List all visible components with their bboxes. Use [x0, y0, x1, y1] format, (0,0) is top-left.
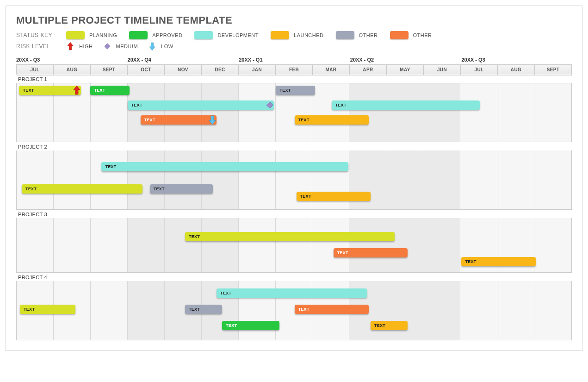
status-label: OTHER [359, 32, 378, 38]
gantt-bar[interactable]: TEXT [334, 248, 408, 257]
gantt-bar[interactable]: TEXT [90, 86, 129, 95]
gantt-bar-label: TEXT [25, 187, 37, 191]
timeline: 20XX - Q320XX - Q420XX - Q120XX - Q220XX… [16, 57, 572, 340]
project-name: PROJECT 4 [18, 275, 572, 280]
month-header-cell: SEPT [91, 65, 128, 75]
gantt-bar[interactable]: TEXT [185, 305, 222, 314]
quarter-label: 20XX - Q1 [239, 57, 262, 63]
project-name: PROJECT 2 [18, 144, 572, 150]
gantt-bar[interactable]: TEXT [185, 232, 395, 241]
month-header-cell: MAY [387, 65, 424, 75]
status-swatch [129, 31, 148, 39]
month-header-cell: AUG [54, 65, 91, 75]
status-key-label: STATUS KEY [16, 32, 58, 38]
month-header-row: JULAUGSEPTOCTNOVDECJANFEBMARAPRMAYJUNJUL… [16, 64, 572, 75]
status-legend-item: OTHER [390, 31, 432, 39]
month-header-cell: OCT [128, 65, 165, 75]
month-header-cell: SEPT [535, 65, 572, 75]
status-label: DEVELOPMENT [217, 32, 259, 38]
gantt-bar[interactable]: TEXT [332, 100, 480, 110]
gantt-bar[interactable]: TEXT [141, 115, 217, 125]
status-legend-item: PLANNING [66, 31, 117, 39]
gantt-bar[interactable]: TEXT [217, 288, 367, 298]
gantt-bar-label: TEXT [189, 307, 200, 312]
gantt-bar[interactable]: TEXT [222, 321, 279, 330]
risk-level-label: RISK LEVEL [16, 43, 58, 50]
gantt-bar-label: TEXT [374, 323, 385, 328]
status-swatch [194, 31, 213, 39]
month-header-cell: FEB [276, 65, 313, 75]
status-label: PLANNING [89, 32, 117, 38]
gantt-bar-label: TEXT [300, 194, 311, 199]
status-legend-item: APPROVED [129, 31, 182, 39]
status-legend-item: LAUNCHED [271, 31, 324, 39]
status-swatch [390, 31, 409, 39]
gantt-bar[interactable]: TEXT [297, 192, 371, 201]
gantt-bar-label: TEXT [154, 187, 165, 191]
status-swatch [336, 31, 354, 39]
status-swatch [271, 31, 289, 39]
gantt-bar-label: TEXT [189, 234, 200, 239]
gantt-bar-label: TEXT [279, 88, 291, 93]
gantt-bar-label: TEXT [105, 164, 116, 169]
page-title: MULTIPLE PROJECT TIMELINE TEMPLATE [16, 14, 572, 26]
gantt-bar-label: TEXT [144, 118, 155, 122]
risk-level-row: RISK LEVEL HIGH MEDIUM LOW [16, 42, 572, 50]
gantt-bar-label: TEXT [220, 291, 231, 295]
gantt-bar[interactable]: TEXT [461, 257, 535, 266]
risk-legend-item: MEDIUM [103, 42, 138, 50]
diamond-purple-icon [265, 100, 275, 111]
project-lane: TEXTTEXTTEXTTEXTTEXTTEXT [16, 281, 572, 340]
gantt-bar-label: TEXT [94, 88, 105, 93]
gantt-bar[interactable]: TEXT [128, 100, 274, 110]
month-header-cell: JUN [424, 65, 461, 75]
risk-label: HIGH [79, 44, 93, 49]
risk-label: MEDIUM [116, 44, 138, 49]
gantt-bar[interactable]: TEXT [276, 86, 315, 95]
gantt-bar[interactable]: TEXT [371, 321, 408, 330]
status-legend-item: DEVELOPMENT [194, 31, 259, 39]
month-header-cell: NOV [165, 65, 202, 75]
gantt-bar[interactable]: TEXT [295, 115, 369, 125]
quarter-labels-row: 20XX - Q320XX - Q420XX - Q120XX - Q220XX… [16, 57, 572, 64]
gantt-bar-label: TEXT [298, 118, 309, 122]
arrow-up-red-icon [66, 42, 74, 50]
gantt-bar-label: TEXT [226, 323, 237, 328]
month-header-cell: JUL [17, 65, 54, 75]
arrow-up-red-icon [72, 85, 82, 96]
gantt-bar[interactable]: TEXT [22, 184, 142, 194]
gantt-bar[interactable]: TEXT [19, 86, 81, 95]
risk-legend-item: HIGH [66, 42, 93, 50]
project-name: PROJECT 3 [18, 212, 572, 217]
gantt-bar[interactable]: TEXT [101, 162, 348, 171]
project-lane: TEXTTEXTTEXTTEXTTEXTTEXTTEXT [16, 83, 572, 142]
gantt-bar-label: TEXT [24, 307, 35, 312]
month-header-cell: MAR [313, 65, 350, 75]
status-swatch [66, 31, 85, 39]
gantt-bar-label: TEXT [335, 103, 347, 107]
arrow-down-blue-icon [207, 114, 217, 125]
gantt-bar[interactable]: TEXT [20, 305, 75, 314]
gantt-bar[interactable]: TEXT [150, 184, 213, 194]
month-header-cell: AUG [498, 65, 535, 75]
month-header-cell: JAN [239, 65, 276, 75]
project-name: PROJECT 1 [18, 76, 572, 82]
month-header-cell: DEC [202, 65, 239, 75]
gantt-bar-label: TEXT [131, 103, 142, 107]
status-label: OTHER [413, 32, 432, 38]
gantt-bar[interactable]: TEXT [295, 305, 369, 314]
gantt-bar-label: TEXT [337, 250, 348, 255]
timeline-template-frame: MULTIPLE PROJECT TIMELINE TEMPLATE STATU… [6, 6, 582, 351]
arrow-down-blue-icon [148, 42, 156, 50]
quarter-label: 20XX - Q2 [350, 57, 374, 63]
gantt-bar-label: TEXT [23, 88, 34, 93]
status-label: LAUNCHED [294, 32, 324, 38]
gantt-bar-label: TEXT [465, 259, 476, 264]
status-label: APPROVED [152, 32, 182, 38]
diamond-purple-icon [103, 42, 111, 50]
gantt-bar-label: TEXT [298, 307, 309, 312]
risk-label: LOW [161, 44, 173, 49]
month-header-cell: JUL [461, 65, 498, 75]
quarter-label: 20XX - Q4 [128, 57, 151, 63]
quarter-label: 20XX - Q3 [16, 57, 40, 63]
